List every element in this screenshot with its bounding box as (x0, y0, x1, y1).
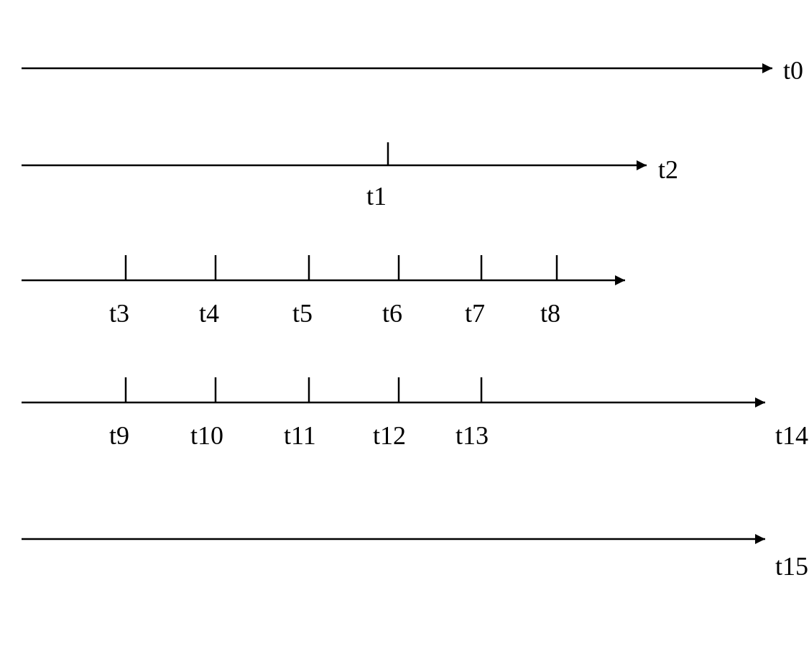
arrow-0 (762, 63, 772, 73)
label-t8: t8 (540, 299, 560, 328)
label-t11: t11 (284, 421, 316, 450)
label-t6: t6 (382, 299, 402, 328)
label-t15: t15 (775, 552, 808, 581)
label-t3: t3 (109, 299, 129, 328)
label-t10: t10 (190, 421, 223, 450)
arrow-1 (637, 160, 647, 170)
arrow-2 (615, 275, 625, 285)
label-t13: t13 (456, 421, 489, 450)
timeline-diagram: t0 t1 t2 t3 t4 t5 t6 t7 t8 t9 t10 t11 t1… (0, 0, 809, 672)
label-t7: t7 (465, 299, 485, 328)
label-t12: t12 (373, 421, 406, 450)
label-t4: t4 (199, 299, 219, 328)
label-t2: t2 (658, 155, 678, 184)
arrow-3 (755, 397, 765, 408)
label-t14: t14 (775, 421, 808, 450)
label-t1: t1 (366, 182, 387, 211)
label-t0: t0 (783, 56, 803, 85)
arrow-4 (755, 534, 765, 544)
label-t9: t9 (109, 421, 129, 450)
label-t5: t5 (292, 299, 313, 328)
